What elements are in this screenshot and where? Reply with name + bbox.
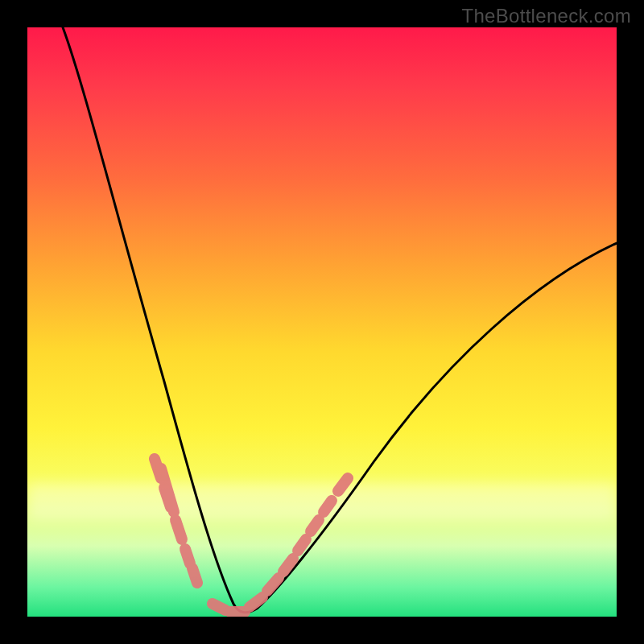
svg-line-6 <box>213 604 225 610</box>
svg-line-12 <box>311 520 319 531</box>
attribution-label: TheBottleneck.com <box>461 5 631 27</box>
curve-layer <box>27 27 617 617</box>
svg-line-5 <box>192 568 197 583</box>
svg-line-11 <box>298 539 306 551</box>
svg-line-13 <box>324 501 332 512</box>
outer-frame: TheBottleneck.com <box>0 0 644 644</box>
highlight-right <box>213 478 348 612</box>
svg-line-2 <box>161 469 174 512</box>
svg-line-3 <box>175 520 182 539</box>
bottleneck-curve-path <box>63 27 617 613</box>
svg-line-10 <box>283 559 293 572</box>
plot-area <box>27 27 617 617</box>
svg-line-4 <box>185 549 190 564</box>
svg-line-8 <box>250 597 262 607</box>
svg-line-14 <box>338 478 348 491</box>
